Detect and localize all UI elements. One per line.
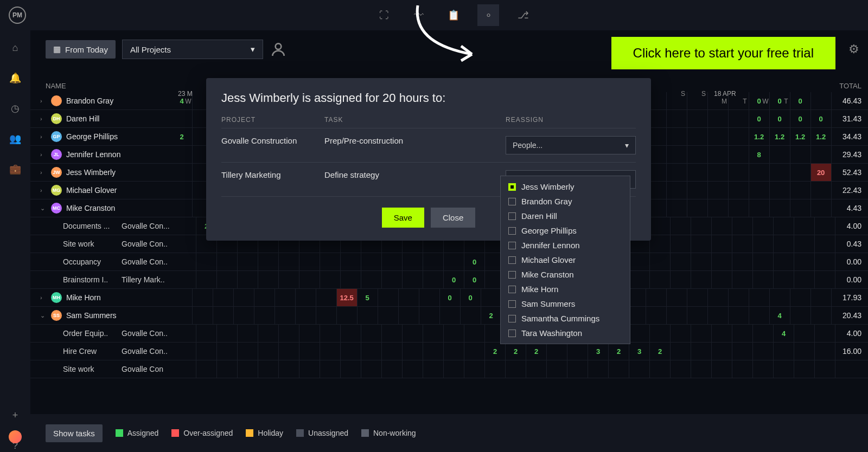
hour-cell[interactable] — [708, 110, 729, 127]
hour-cell[interactable] — [299, 271, 320, 288]
cta-banner[interactable]: Click here to start your free trial — [611, 37, 835, 69]
hour-cell[interactable] — [691, 360, 712, 378]
hour-cell[interactable] — [732, 217, 753, 235]
hour-cell[interactable] — [667, 307, 687, 324]
people-option[interactable]: George Phillips — [501, 223, 630, 238]
hour-cell[interactable] — [629, 271, 650, 288]
task-name[interactable]: Order Equip.. — [30, 329, 117, 338]
hour-cell[interactable] — [790, 307, 811, 324]
person-name-cell[interactable]: ›JLJennifer Lennon — [30, 149, 172, 160]
hour-cell[interactable] — [811, 182, 832, 199]
hour-cell[interactable] — [172, 164, 193, 181]
briefcase-icon[interactable]: 💼 — [9, 163, 22, 176]
hour-cell[interactable] — [749, 289, 770, 306]
hour-cell[interactable] — [708, 92, 729, 109]
hour-cell[interactable] — [712, 253, 732, 270]
person-icon[interactable] — [270, 41, 287, 58]
hour-cell[interactable]: 0 — [464, 271, 485, 288]
expand-chevron-icon[interactable]: › — [40, 187, 47, 193]
hour-cell[interactable] — [217, 271, 238, 288]
hour-cell[interactable] — [196, 271, 217, 288]
hour-cell[interactable] — [687, 182, 708, 199]
hour-cell[interactable] — [172, 307, 193, 324]
hour-cell[interactable] — [732, 360, 753, 378]
hour-cell[interactable] — [172, 182, 193, 199]
hour-cell[interactable] — [732, 271, 753, 288]
task-name[interactable]: Site work — [30, 240, 117, 248]
hour-cell[interactable] — [811, 92, 832, 109]
hour-cell[interactable] — [753, 253, 774, 270]
hour-cell[interactable] — [361, 271, 382, 288]
home-icon[interactable]: ⌂ — [9, 41, 22, 54]
hour-cell[interactable] — [481, 289, 502, 306]
expand-chevron-icon[interactable]: ⌄ — [40, 312, 47, 319]
people-option[interactable]: Tara Washington — [501, 326, 630, 340]
hour-cell[interactable] — [691, 253, 712, 270]
hour-cell[interactable] — [361, 343, 382, 360]
hour-cell[interactable]: 0 — [770, 92, 790, 109]
hour-cell[interactable] — [770, 146, 790, 163]
bell-icon[interactable]: 🔔 — [9, 72, 22, 85]
hour-cell[interactable] — [712, 360, 732, 378]
clock-icon[interactable]: ◷ — [9, 102, 22, 115]
hour-cell[interactable] — [794, 217, 815, 235]
hour-cell[interactable] — [774, 217, 794, 235]
hour-cell[interactable]: 2 — [172, 128, 193, 145]
hour-cell[interactable] — [176, 360, 196, 378]
hour-cell[interactable] — [464, 360, 485, 378]
hour-cell[interactable] — [687, 110, 708, 127]
hour-cell[interactable] — [176, 271, 196, 288]
hour-cell[interactable] — [691, 271, 712, 288]
hour-cell[interactable] — [176, 343, 196, 360]
hour-cell[interactable] — [794, 343, 815, 360]
hour-cell[interactable] — [358, 307, 378, 324]
hour-cell[interactable] — [749, 164, 770, 181]
hour-cell[interactable] — [794, 253, 815, 270]
hour-cell[interactable] — [361, 253, 382, 270]
hour-cell[interactable] — [567, 343, 588, 360]
hour-cell[interactable] — [671, 271, 691, 288]
hour-cell[interactable] — [749, 307, 770, 324]
hour-cell[interactable] — [794, 235, 815, 253]
hour-cell[interactable] — [279, 360, 299, 378]
hour-cell[interactable] — [320, 360, 341, 378]
hour-cell[interactable] — [399, 307, 419, 324]
person-name-cell[interactable]: ›MGMichael Glover — [30, 185, 172, 196]
hour-cell[interactable] — [382, 360, 403, 378]
hour-cell[interactable] — [671, 235, 691, 253]
hour-cell[interactable] — [296, 289, 316, 306]
hour-cell[interactable] — [753, 343, 774, 360]
hour-cell[interactable] — [238, 325, 258, 342]
people-option[interactable]: Mike Cranston — [501, 267, 630, 282]
hour-cell[interactable] — [794, 271, 815, 288]
hour-cell[interactable] — [712, 235, 732, 253]
hour-cell[interactable] — [770, 182, 790, 199]
hour-cell[interactable] — [217, 253, 238, 270]
hour-cell[interactable] — [403, 253, 423, 270]
hour-cell[interactable] — [254, 289, 275, 306]
hour-cell[interactable] — [193, 289, 213, 306]
hour-cell[interactable] — [403, 343, 423, 360]
hour-cell[interactable] — [320, 343, 341, 360]
hour-cell[interactable] — [650, 235, 671, 253]
hour-cell[interactable] — [712, 217, 732, 235]
hour-cell[interactable] — [646, 289, 667, 306]
hour-cell[interactable]: 4 — [774, 325, 794, 342]
hour-cell[interactable] — [811, 289, 832, 306]
hour-cell[interactable] — [671, 360, 691, 378]
people-option[interactable]: Mike Horn — [501, 282, 630, 296]
hour-cell[interactable] — [815, 343, 835, 360]
hour-cell[interactable] — [691, 325, 712, 342]
task-name[interactable]: Brainstorm I.. — [30, 275, 117, 284]
hour-cell[interactable] — [403, 271, 423, 288]
hour-cell[interactable] — [316, 289, 337, 306]
hour-cell[interactable] — [254, 307, 275, 324]
add-icon[interactable]: + — [9, 409, 22, 422]
hour-cell[interactable] — [423, 253, 444, 270]
hour-cell[interactable] — [258, 360, 279, 378]
people-option[interactable]: Brandon Gray — [501, 194, 630, 209]
person-name-cell[interactable]: ›DHDaren Hill — [30, 113, 172, 124]
hour-cell[interactable] — [687, 128, 708, 145]
hour-cell[interactable] — [753, 360, 774, 378]
hour-cell[interactable] — [234, 289, 254, 306]
